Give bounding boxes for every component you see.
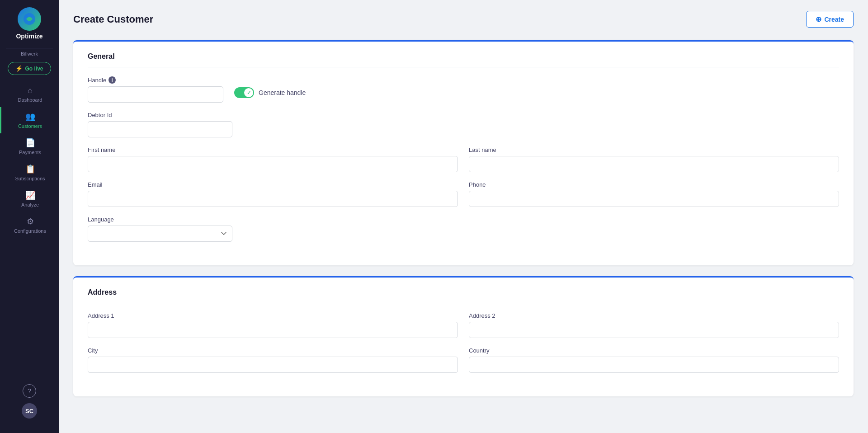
email-input[interactable] <box>88 191 458 207</box>
phone-label: Phone <box>469 181 839 188</box>
handle-info-icon: i <box>108 76 116 84</box>
address-row: Address 1 Address 2 <box>88 312 839 338</box>
address2-group: Address 2 <box>469 312 839 338</box>
country-group: Country <box>469 347 839 373</box>
city-label: City <box>88 347 458 354</box>
main-content: Create Customer ⊕ Create General Handle … <box>59 0 868 433</box>
first-name-group: First name <box>88 146 458 172</box>
country-input[interactable] <box>469 357 839 373</box>
handle-row: Handle i ✓ Generate handle <box>88 76 839 103</box>
plus-circle-icon: ⊕ <box>816 15 821 24</box>
toggle-knob: ✓ <box>244 88 253 97</box>
address1-group: Address 1 <box>88 312 458 338</box>
first-name-label: First name <box>88 146 458 153</box>
city-country-row: City Country <box>88 347 839 373</box>
address-section-title: Address <box>88 288 839 303</box>
sidebar-item-configurations[interactable]: ⚙ Configurations <box>0 212 59 238</box>
city-input[interactable] <box>88 357 458 373</box>
app-logo <box>18 7 41 31</box>
create-button[interactable]: ⊕ Create <box>806 11 854 28</box>
customers-icon: 👥 <box>25 112 35 122</box>
page-header: Create Customer ⊕ Create <box>73 11 854 28</box>
debtor-id-label: Debtor Id <box>88 112 232 118</box>
city-group: City <box>88 347 458 373</box>
generate-handle-toggle[interactable]: ✓ <box>234 87 254 98</box>
sidebar-item-analyze[interactable]: 📈 Analyze <box>0 186 59 212</box>
sidebar-divider-top <box>6 48 53 48</box>
last-name-group: Last name <box>469 146 839 172</box>
address1-label: Address 1 <box>88 312 458 319</box>
language-label: Language <box>88 216 232 223</box>
phone-input[interactable] <box>469 191 839 207</box>
email-label: Email <box>88 181 458 188</box>
contact-row: Email Phone <box>88 181 839 207</box>
subscriptions-icon: 📋 <box>25 164 35 174</box>
generate-handle-toggle-group: ✓ Generate handle <box>234 87 306 103</box>
handle-label: Handle i <box>88 76 223 84</box>
general-section-title: General <box>88 52 839 67</box>
sidebar-item-configurations-label: Configurations <box>14 228 46 234</box>
sidebar-item-payments[interactable]: 📄 Payments <box>0 133 59 160</box>
sidebar-item-subscriptions-label: Subscriptions <box>15 176 45 181</box>
last-name-label: Last name <box>469 146 839 153</box>
sidebar-item-customers[interactable]: 👥 Customers <box>0 107 59 133</box>
sidebar-item-dashboard[interactable]: ⌂ Dashboard <box>0 81 59 107</box>
toggle-check-icon: ✓ <box>247 90 251 96</box>
user-avatar[interactable]: SC <box>22 403 37 419</box>
dashboard-icon: ⌂ <box>28 86 33 95</box>
app-name: Optimize <box>16 33 42 40</box>
sidebar-item-subscriptions[interactable]: 📋 Subscriptions <box>0 160 59 186</box>
bolt-icon: ⚡ <box>15 65 23 72</box>
payments-icon: 📄 <box>25 138 35 148</box>
phone-group: Phone <box>469 181 839 207</box>
email-group: Email <box>88 181 458 207</box>
handle-input[interactable] <box>88 86 223 103</box>
sidebar: Optimize Billwerk ⚡ Go live ⌂ Dashboard … <box>0 0 59 433</box>
sidebar-bottom: ? SC <box>0 384 59 426</box>
sidebar-item-analyze-label: Analyze <box>21 202 39 207</box>
generate-handle-label: Generate handle <box>259 89 306 96</box>
analyze-icon: 📈 <box>25 190 35 200</box>
debtor-id-input[interactable] <box>88 121 232 137</box>
first-name-input[interactable] <box>88 156 458 172</box>
sub-label: Billwerk <box>21 51 38 56</box>
address-section-card: Address Address 1 Address 2 City Country <box>73 276 854 396</box>
go-live-button[interactable]: ⚡ Go live <box>8 62 51 75</box>
language-group: Language English German French <box>88 216 232 242</box>
name-row: First name Last name <box>88 146 839 172</box>
general-section-card: General Handle i ✓ Generate handle <box>73 40 854 265</box>
go-live-label: Go live <box>25 66 43 72</box>
address2-input[interactable] <box>469 322 839 338</box>
last-name-input[interactable] <box>469 156 839 172</box>
debtor-row: Debtor Id <box>88 112 839 137</box>
sidebar-item-payments-label: Payments <box>19 150 41 155</box>
help-button[interactable]: ? <box>23 384 36 398</box>
handle-group: Handle i <box>88 76 223 103</box>
create-button-label: Create <box>824 16 844 23</box>
configurations-icon: ⚙ <box>27 216 34 226</box>
page-title: Create Customer <box>73 14 153 25</box>
language-row: Language English German French <box>88 216 839 242</box>
sidebar-item-dashboard-label: Dashboard <box>18 97 42 103</box>
country-label: Country <box>469 347 839 354</box>
sidebar-item-customers-label: Customers <box>18 123 42 129</box>
address1-input[interactable] <box>88 322 458 338</box>
debtor-id-group: Debtor Id <box>88 112 232 137</box>
language-select[interactable]: English German French <box>88 226 232 242</box>
address2-label: Address 2 <box>469 312 839 319</box>
